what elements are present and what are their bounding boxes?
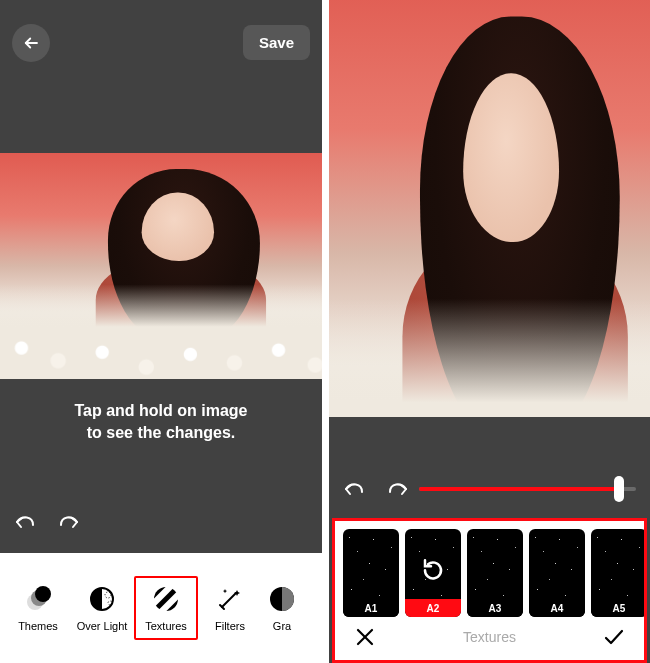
tool-label: Gra	[273, 620, 291, 632]
thumb-label: A5	[591, 599, 644, 617]
undo-icon	[13, 512, 37, 532]
drawer-title: Textures	[463, 629, 516, 645]
tool-gradient[interactable]: Gra	[262, 578, 302, 638]
tool-over-light[interactable]: Over Light	[70, 578, 134, 638]
photo-content	[329, 0, 650, 417]
hint-text: Tap and hold on image to see the changes…	[0, 390, 322, 453]
over-light-icon	[87, 584, 117, 614]
editor-panel-textures: A1 A2 A3 A4 A5	[329, 0, 650, 663]
texture-thumb-a3[interactable]: A3	[467, 529, 523, 617]
tool-label: Textures	[145, 620, 187, 632]
textures-icon	[151, 584, 181, 614]
intensity-slider[interactable]	[419, 476, 636, 502]
filters-icon	[215, 584, 245, 614]
reset-icon	[419, 556, 447, 584]
confirm-button[interactable]	[602, 625, 626, 649]
topbar: Save	[0, 0, 322, 85]
themes-icon	[23, 584, 53, 614]
thumb-label: A1	[343, 599, 399, 617]
tool-toolbar: Themes Over Light Textures Filters Gra	[0, 553, 322, 663]
texture-thumb-a4[interactable]: A4	[529, 529, 585, 617]
hint-line: Tap and hold on image	[20, 400, 302, 422]
hint-line: to see the changes.	[20, 422, 302, 444]
texture-thumb-a1[interactable]: A1	[343, 529, 399, 617]
redo-button[interactable]	[56, 509, 82, 535]
redo-icon	[386, 479, 410, 499]
undo-button[interactable]	[12, 509, 38, 535]
editor-panel-tools: Save Tap and hold on image to see the ch…	[0, 0, 322, 663]
drawer-actions: Textures	[335, 619, 644, 655]
texture-thumb-row: A1 A2 A3 A4 A5	[335, 521, 644, 619]
check-icon	[603, 627, 625, 647]
redo-button[interactable]	[385, 476, 411, 502]
textures-drawer: A1 A2 A3 A4 A5	[332, 518, 647, 663]
tool-themes[interactable]: Themes	[6, 578, 70, 638]
redo-icon	[57, 512, 81, 532]
tool-label: Filters	[215, 620, 245, 632]
undo-redo-group	[341, 476, 411, 502]
gradient-icon	[267, 584, 297, 614]
thumb-label: A3	[467, 599, 523, 617]
svg-point-3	[35, 586, 51, 602]
slider-track	[419, 487, 636, 491]
preview-image[interactable]	[329, 0, 650, 417]
thumb-label: A4	[529, 599, 585, 617]
tool-textures[interactable]: Textures	[134, 576, 198, 640]
close-icon	[355, 627, 375, 647]
tool-label: Over Light	[77, 620, 128, 632]
tool-label: Themes	[18, 620, 58, 632]
slider-thumb[interactable]	[614, 476, 624, 502]
undo-icon	[342, 479, 366, 499]
undo-button[interactable]	[341, 476, 367, 502]
texture-thumb-a2[interactable]: A2	[405, 529, 461, 617]
preview-image[interactable]	[0, 153, 322, 379]
back-button[interactable]	[12, 24, 50, 62]
slider-fill	[419, 487, 619, 491]
texture-thumb-a5[interactable]: A5	[591, 529, 644, 617]
cancel-button[interactable]	[353, 625, 377, 649]
photo-content	[0, 153, 322, 379]
undo-redo-group	[12, 509, 82, 535]
tool-filters[interactable]: Filters	[198, 578, 262, 638]
thumb-label: A2	[405, 599, 461, 617]
arrow-left-icon	[22, 34, 40, 52]
save-button[interactable]: Save	[243, 25, 310, 60]
